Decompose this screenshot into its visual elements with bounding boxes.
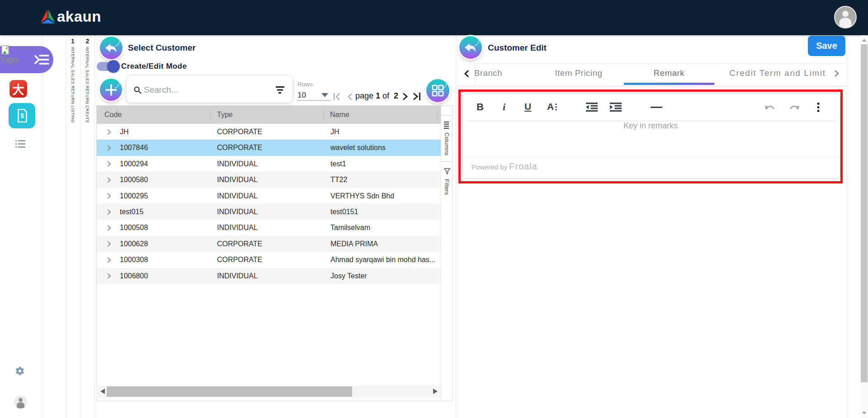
svg-text:$: $ (20, 112, 24, 119)
